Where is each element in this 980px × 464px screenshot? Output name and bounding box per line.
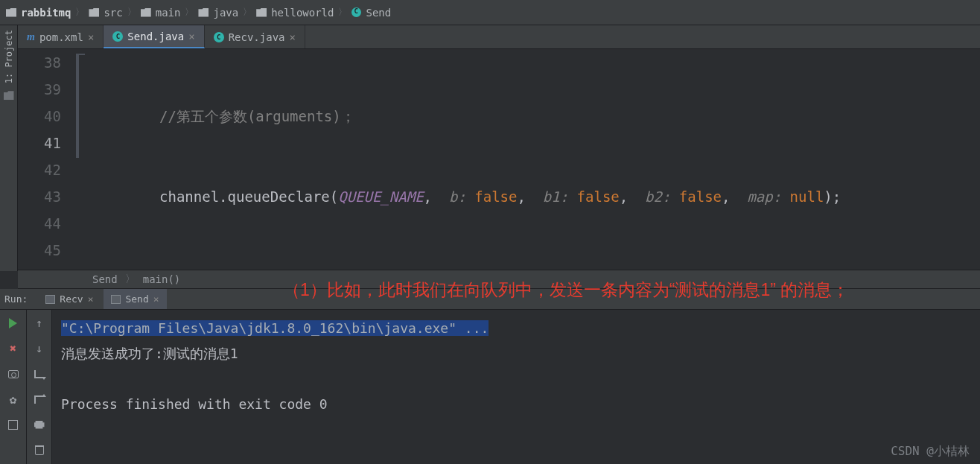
close-icon[interactable]: ×	[153, 293, 159, 305]
line-gutter: 38 39 40 41 42 43 44 45	[18, 49, 74, 270]
line-no: 41	[18, 130, 61, 156]
folder-icon	[198, 8, 209, 17]
left-tool-dock: 1: Project	[0, 25, 18, 271]
folder-icon	[89, 8, 99, 17]
run-toolwindow: Run: Recv × Send × ✖ ✿ ↑ ↓ "C:\P	[0, 289, 980, 464]
code-tok: );	[824, 188, 841, 205]
tab-send-java[interactable]: C Send.java ×	[104, 25, 204, 48]
code-editor[interactable]: 38 39 40 41 42 43 44 45 //第五个参数(argument…	[18, 49, 980, 270]
run-side-toolbar: ✖ ✿	[0, 310, 27, 464]
watermark: CSDN @小桔林	[891, 444, 970, 460]
tab-label: pom.xml	[39, 31, 83, 43]
fold-gutter	[74, 49, 100, 270]
layout-icon[interactable]	[7, 419, 19, 430]
bc-class[interactable]: Send	[366, 7, 391, 19]
run-tab-send[interactable]: Send ×	[104, 289, 166, 309]
run-side-toolbar-2: ↑ ↓	[27, 310, 52, 464]
stop-icon[interactable]: ✖	[7, 343, 19, 355]
chevron-icon: 〉	[185, 6, 194, 19]
project-toolwindow-button[interactable]: 1: Project	[4, 30, 14, 83]
folder-icon	[141, 8, 151, 17]
class-icon: C	[214, 32, 224, 42]
param-hint: b1:	[543, 188, 568, 205]
run-header: Run: Recv × Send ×	[0, 289, 980, 310]
code-tok: ,	[424, 188, 449, 205]
close-icon[interactable]: ×	[88, 31, 94, 43]
param-hint: map:	[747, 188, 781, 205]
folder-icon	[256, 8, 267, 17]
wrap-icon[interactable]	[34, 368, 45, 380]
run-tab-label: Send	[125, 293, 148, 305]
camera-icon[interactable]	[7, 368, 19, 380]
line-no: 44	[18, 210, 61, 237]
code-line: //第五个参数(arguments)；	[159, 108, 355, 124]
code-tok: false	[568, 188, 620, 205]
code-tok: false	[466, 188, 518, 205]
code-tok: channel.queueDeclare(	[159, 188, 338, 205]
chevron-icon: 〉	[127, 6, 136, 19]
line-no: 39	[18, 76, 61, 103]
tab-recv-java[interactable]: C Recv.java ×	[205, 25, 305, 48]
method-breadcrumbs: Send 〉 main()	[18, 270, 980, 289]
run-tab-label: Recv	[60, 293, 83, 305]
chevron-icon: 〉	[243, 6, 252, 19]
code-tok: null	[781, 188, 824, 205]
code-tok: QUEUE_NAME	[338, 188, 423, 205]
run-tab-recv[interactable]: Recv ×	[38, 289, 101, 309]
scroll-to-end-icon[interactable]	[34, 393, 45, 405]
trash-icon[interactable]	[34, 444, 45, 456]
code-body[interactable]: //第五个参数(arguments)； channel.queueDeclare…	[100, 49, 980, 270]
line-no: 40	[18, 103, 61, 130]
bc-root[interactable]: rabbitmq	[21, 7, 71, 19]
console-output[interactable]: "C:\Program Files\Java\jdk1.8.0_162\bin\…	[52, 310, 980, 464]
code-tok: ,	[517, 188, 542, 205]
class-crumb[interactable]: Send	[92, 273, 118, 285]
bc-main[interactable]: main	[156, 7, 181, 19]
application-icon	[111, 295, 121, 304]
class-icon	[351, 7, 361, 17]
tab-label: Recv.java	[229, 31, 285, 43]
close-icon[interactable]: ×	[188, 31, 194, 42]
bc-src[interactable]: src	[104, 7, 122, 19]
line-no: 45	[18, 237, 61, 264]
console-line: Process finished with exit code 0	[61, 392, 971, 417]
console-line: 消息发送成功了:测试的消息1	[61, 341, 971, 366]
run-body: ✖ ✿ ↑ ↓ "C:\Program Files\Java\jdk1.8.0_…	[0, 310, 980, 464]
print-icon[interactable]	[34, 419, 45, 430]
console-cmd: "C:\Program Files\Java\jdk1.8.0_162\bin\…	[61, 320, 489, 336]
close-icon[interactable]: ×	[290, 31, 296, 43]
chevron-icon: 〉	[75, 6, 84, 19]
chevron-icon: 〉	[125, 273, 136, 286]
param-hint: b2:	[645, 188, 670, 205]
tab-pom-xml[interactable]: m pom.xml ×	[18, 25, 104, 48]
chevron-icon: 〉	[338, 6, 347, 19]
method-crumb[interactable]: main()	[143, 273, 181, 285]
application-icon	[45, 295, 55, 304]
line-no: 38	[18, 49, 61, 76]
run-label: Run:	[4, 293, 28, 305]
line-no: 42	[18, 156, 61, 183]
code-tok: ,	[722, 188, 747, 205]
code-tok: false	[670, 188, 722, 205]
class-icon: C	[112, 31, 123, 42]
arrow-up-icon[interactable]: ↑	[34, 317, 45, 329]
path-breadcrumbs: rabbitmq 〉 src 〉 main 〉 java 〉 helloworl…	[0, 0, 980, 25]
tab-label: Send.java	[127, 31, 184, 42]
run-icon[interactable]	[7, 317, 19, 329]
editor-tabs: m pom.xml × C Send.java × C Recv.java ×	[18, 25, 980, 49]
maven-icon: m	[27, 31, 35, 43]
close-icon[interactable]: ×	[88, 293, 94, 305]
folder-icon[interactable]	[4, 91, 14, 100]
code-tok: ,	[620, 188, 645, 205]
line-no: 43	[18, 183, 61, 210]
param-hint: b:	[449, 188, 466, 205]
settings-icon[interactable]: ✿	[7, 393, 19, 405]
bc-java[interactable]: java	[213, 7, 238, 19]
folder-icon	[6, 8, 16, 17]
arrow-down-icon[interactable]: ↓	[34, 343, 45, 355]
bc-pkg[interactable]: helloworld	[271, 7, 334, 19]
